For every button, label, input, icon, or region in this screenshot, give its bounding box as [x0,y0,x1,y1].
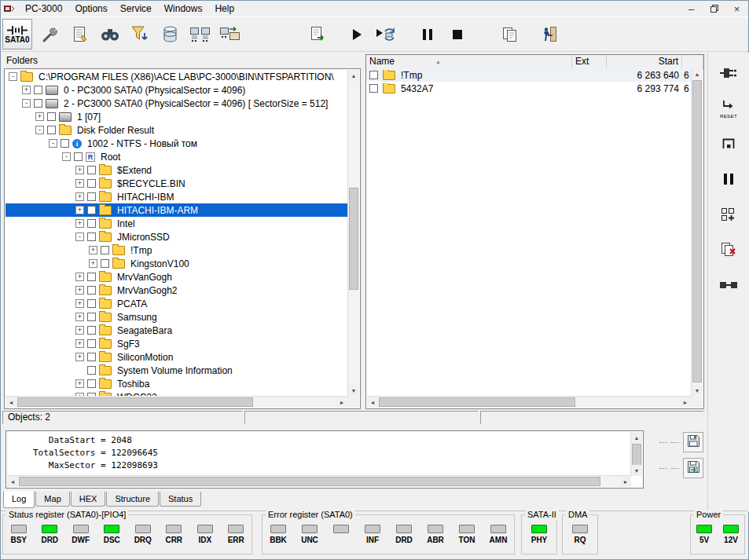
scroll-right-icon[interactable]: ► [620,476,631,487]
tree-item[interactable]: -RRoot [6,150,347,163]
tree-checkbox[interactable] [101,259,109,268]
tree-checkbox[interactable] [87,339,96,348]
tree-expander[interactable]: + [89,259,97,268]
tab-status[interactable]: Status [160,492,201,507]
column-header-ext[interactable]: Ext [572,55,607,68]
scroll-thumb[interactable] [349,188,358,290]
tree-item[interactable]: -JMicronSSD [6,230,347,243]
reconnect-button[interactable] [714,274,743,298]
menu-options[interactable]: Options [68,2,113,16]
clear-results-button[interactable] [714,239,743,262]
tree-item[interactable]: +KingstonV100 [6,257,347,270]
tree-expander[interactable]: + [75,286,84,295]
folders-horizontal-scrollbar[interactable]: ◄ ► [6,396,347,408]
restore-button[interactable] [703,1,725,16]
scroll-thumb[interactable] [17,397,253,407]
scroll-up-icon[interactable]: ▲ [692,68,703,79]
tree-item[interactable]: -Disk Folder Result [6,123,347,137]
tree-checkbox[interactable] [87,299,96,308]
tree-item[interactable]: +!Tmp [6,243,347,257]
tree-expander[interactable]: - [9,72,17,81]
power-probe-button[interactable] [714,62,743,86]
scroll-up-icon[interactable]: ▲ [631,432,642,443]
tree-item[interactable]: -2 - PC3000 SATA0 (PhysicalSector = 4096… [6,97,347,110]
column-header-start[interactable]: Start [607,55,682,68]
tree-expander[interactable]: + [22,86,31,94]
sata0-button[interactable]: SATA0 [2,19,32,49]
tree-checkbox[interactable] [87,353,96,361]
drive-info-button[interactable] [65,19,95,49]
log-vertical-scrollbar[interactable]: ▲ ▼ [630,432,642,476]
tree-item[interactable]: +1 [07] [6,110,347,123]
scroll-right-icon[interactable]: ► [680,397,691,408]
tree-item[interactable]: -C:\PROGRAM FILES (X86)\ACE LAB\PC-3000\… [6,70,347,83]
tree-item[interactable]: +$RECYCLE.BIN [6,177,347,190]
menu-pc-3000[interactable]: PC-3000 [19,2,68,16]
menu-windows[interactable]: Windows [158,2,209,16]
tree-expander[interactable]: - [22,99,31,108]
tree-checkbox[interactable] [87,326,96,335]
scroll-left-icon[interactable]: ◄ [7,476,18,487]
tree-expander[interactable]: + [75,326,84,335]
tab-structure[interactable]: Structure [106,492,159,507]
tree-item[interactable]: -i1002 - NTFS - Новый том [6,137,347,150]
tree-item[interactable]: +SgF3 [6,337,347,350]
tree-item[interactable]: +Intel [6,217,347,230]
tree-checkbox[interactable] [87,219,96,228]
log-horizontal-scrollbar[interactable]: ◄ ► [7,475,631,487]
tree-item[interactable]: +$Extend [6,163,347,177]
tree-item[interactable]: +Toshiba [6,377,347,390]
files-vertical-scrollbar[interactable]: ▲ ▼ [691,68,703,396]
tree-expander[interactable]: - [35,126,44,134]
column-header-extra[interactable] [682,55,703,68]
tab-map[interactable]: Map [35,492,69,507]
scroll-thumb[interactable] [692,80,702,382]
scroll-left-icon[interactable]: ◄ [6,397,17,408]
tree-expander[interactable]: + [75,179,84,188]
database-button[interactable] [155,19,185,49]
tree-expander[interactable]: + [75,379,84,388]
tree-expander[interactable]: - [49,139,57,148]
tree-item[interactable]: +HITACHI-IBM [6,190,347,203]
tree-item[interactable]: +HITACHI-IBM-ARM [6,203,347,217]
save-log-button[interactable] [683,432,703,452]
tab-hex[interactable]: HEX [71,492,106,507]
tree-expander[interactable]: + [75,299,84,308]
tree-item[interactable]: +0 - PC3000 SATA0 (PhysicalSector = 4096… [6,83,347,97]
reset-button[interactable]: RESET [714,97,743,121]
scroll-right-icon[interactable]: ► [336,397,347,408]
tree-expander[interactable]: + [89,246,97,254]
pause-button[interactable] [413,19,442,49]
tree-expander[interactable]: + [75,166,84,174]
tree-checkbox[interactable] [61,139,69,148]
tree-checkbox[interactable] [34,86,42,94]
tab-log[interactable]: Log [3,491,35,508]
utility-start-button[interactable] [215,19,244,49]
start-button[interactable] [342,19,372,49]
tree-expander[interactable]: + [35,112,44,121]
tree-expander[interactable]: + [75,353,84,361]
tools-button[interactable] [35,19,65,49]
scroll-down-icon[interactable]: ▼ [348,385,359,396]
tree-item[interactable]: +PCATA [6,297,347,310]
tree-checkbox[interactable] [87,206,96,214]
tree-item[interactable]: +SeagateBara [6,324,347,337]
tree-item[interactable]: +SiliconMotion [6,350,347,364]
tree-item[interactable]: +WDCC22 [6,390,347,396]
file-row[interactable]: 5432A76 293 7746 [366,82,692,95]
scroll-down-icon[interactable]: ▼ [631,465,642,476]
tree-checkbox[interactable] [87,313,96,321]
head-commutation-button[interactable] [714,133,743,156]
column-header-name[interactable]: Name▲ [366,55,572,68]
scroll-up-icon[interactable]: ▲ [348,70,359,81]
tree-expander[interactable]: - [62,152,71,161]
tree-expander[interactable]: + [75,219,84,228]
tree-checkbox[interactable] [87,379,96,388]
copy-button[interactable] [494,19,524,49]
menu-service[interactable]: Service [114,2,158,16]
tree-expander[interactable]: + [75,313,84,321]
scroll-thumb[interactable] [19,477,600,486]
test-chips-button[interactable] [185,19,215,49]
scroll-thumb[interactable] [379,397,575,407]
tree-item[interactable]: +Samsung [6,310,347,324]
